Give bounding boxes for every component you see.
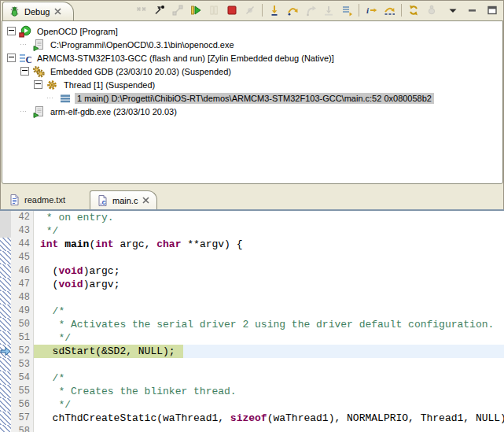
code-line: 51 */ — [0, 331, 504, 345]
code-line: 50 * Activates the serial driver 2 using… — [0, 318, 504, 331]
code-text: /* — [34, 371, 504, 385]
c-file-icon: .c — [96, 194, 109, 207]
line-number: 44 — [11, 238, 34, 251]
thread-icon — [46, 79, 58, 91]
view-window-buttons — [444, 2, 501, 18]
line-number: 49 — [11, 305, 34, 318]
code-line: 47 (void)argv; — [0, 278, 504, 291]
code-editor[interactable]: 42 * on entry.43 */44int main(int argc, … — [0, 211, 504, 432]
debug-tree-item[interactable]: arm-elf-gdb.exe (23/03/10 20.03) — [2, 105, 502, 118]
c-launch-icon: C — [19, 52, 31, 65]
stack-frame-icon — [59, 92, 72, 105]
toolbar-separator — [359, 4, 359, 17]
maximize-view-icon[interactable] — [484, 2, 501, 18]
refresh-debug-views-icon[interactable] — [405, 2, 422, 18]
svg-text:.c: .c — [100, 198, 106, 205]
line-number: 58 — [11, 425, 34, 432]
instruction-stepping-mode-icon[interactable]: i — [362, 2, 380, 18]
code-text: * Activates the serial driver 2 using th… — [34, 318, 504, 331]
code-text: */ — [34, 224, 504, 238]
annotation-ruler — [0, 305, 11, 318]
tree-item-label: ARMCM3-STM32F103-GCC (flash and run) [Zy… — [35, 53, 337, 64]
line-number: 47 — [11, 278, 34, 291]
code-line-current: 52 sdStart(&SD2, NULL); — [0, 345, 504, 358]
editor-tab-label: readme.txt — [24, 195, 65, 205]
debug-bug-icon — [9, 6, 20, 17]
tree-item-label: C:\Programmi\OpenOCD\0.3.1\bin\openocd.e… — [48, 39, 237, 50]
line-number: 51 — [11, 331, 34, 345]
code-line: 49 /* — [0, 305, 504, 318]
debug-tree-item[interactable]: OpenOCD [Program] — [2, 24, 502, 38]
resume-icon[interactable] — [187, 2, 204, 18]
code-text: * Creates the blinker thread. — [34, 385, 504, 398]
line-number: 43 — [11, 224, 34, 238]
code-text: (void)argv; — [34, 278, 504, 291]
terminate-icon[interactable] — [223, 2, 241, 18]
debug-view-tabrow: Debug i — [0, 0, 504, 20]
step-into-icon[interactable] — [266, 2, 283, 18]
annotation-ruler — [0, 291, 11, 305]
tree-expander-icon[interactable] — [34, 80, 42, 89]
svg-text:C: C — [26, 54, 32, 65]
debug-view-tab[interactable]: Debug — [2, 2, 74, 20]
tree-item-label: 1 main() D:\Progetti\ChibiOS-RT\demos\AR… — [75, 93, 434, 104]
resume-at-line-icon[interactable] — [381, 2, 398, 18]
code-line: 54 /* — [0, 371, 504, 385]
code-line: 43 */ — [0, 224, 504, 238]
step-over-icon[interactable] — [284, 2, 301, 18]
minimize-view-icon[interactable] — [464, 2, 481, 18]
annotation-ruler — [0, 358, 11, 371]
line-number: 57 — [11, 412, 34, 425]
tree-item-label: Thread [1] (Suspended) — [61, 79, 157, 90]
toolbar-separator — [262, 4, 263, 17]
debug-tree-item[interactable]: C:\Programmi\OpenOCD\0.3.1\bin\openocd.e… — [2, 38, 502, 51]
close-tab-icon[interactable] — [142, 196, 150, 205]
line-number: 50 — [11, 318, 34, 331]
annotation-ruler — [0, 398, 11, 412]
line-number: 46 — [11, 264, 34, 278]
process-icon — [32, 39, 45, 51]
line-number: 52 — [11, 345, 34, 358]
code-line: 48 — [0, 291, 504, 305]
code-text: * on entry. — [34, 211, 504, 224]
step-return-icon — [302, 2, 319, 18]
editor-tab-label: main.c — [112, 196, 138, 205]
restart-icon[interactable] — [151, 2, 168, 18]
code-line: 57 chThdCreateStatic(waThread1, sizeof(w… — [0, 412, 504, 425]
annotation-ruler — [0, 412, 11, 425]
view-menu-icon[interactable] — [444, 2, 462, 18]
tree-expander-icon[interactable] — [7, 54, 16, 62]
annotation-ruler — [0, 238, 11, 251]
editor-tab-readme-txt[interactable]: readme.txt — [2, 191, 72, 209]
tree-expander-icon[interactable] — [7, 27, 16, 35]
tree-item-label: Embedded GDB (23/03/10 20.03) (Suspended… — [48, 66, 234, 77]
remove-all-terminated-icon — [133, 2, 150, 18]
debug-tree-item[interactable]: Thread [1] (Suspended) — [2, 78, 502, 91]
code-line: 55 * Creates the blinker thread. — [0, 385, 504, 398]
code-text — [34, 358, 504, 371]
annotation-ruler — [0, 331, 11, 345]
use-step-filters-icon[interactable] — [338, 2, 355, 18]
code-text: sdStart(&SD2, NULL); — [34, 345, 504, 358]
tree-guide-line — [47, 98, 54, 98]
line-number: 53 — [11, 358, 34, 371]
line-number: 56 — [11, 398, 34, 412]
code-line: 42 * on entry. — [0, 211, 504, 224]
editor-tab-main-c[interactable]: .cmain.c — [90, 190, 157, 209]
annotation-ruler — [0, 278, 11, 291]
close-view-icon[interactable] — [53, 7, 62, 16]
annotation-ruler — [0, 425, 11, 432]
debug-tree-item[interactable]: 1 main() D:\Progetti\ChibiOS-RT\demos\AR… — [2, 91, 502, 105]
code-text: */ — [34, 398, 504, 412]
debug-tree-item[interactable]: Embedded GDB (23/03/10 20.03) (Suspended… — [2, 65, 502, 78]
debug-tree-panel[interactable]: OpenOCD [Program]C:\Programmi\OpenOCD\0.… — [2, 20, 503, 184]
code-text — [34, 425, 504, 432]
tree-guide-line — [20, 44, 28, 45]
tree-expander-icon[interactable] — [20, 67, 29, 76]
tree-item-label: OpenOCD [Program] — [35, 26, 120, 37]
debug-tree-item[interactable]: CARMCM3-STM32F103-GCC (flash and run) [Z… — [2, 51, 502, 65]
program-icon — [19, 25, 31, 38]
terminate-and-relaunch-icon — [241, 2, 259, 18]
line-number: 48 — [11, 291, 34, 305]
annotation-ruler — [0, 211, 11, 224]
